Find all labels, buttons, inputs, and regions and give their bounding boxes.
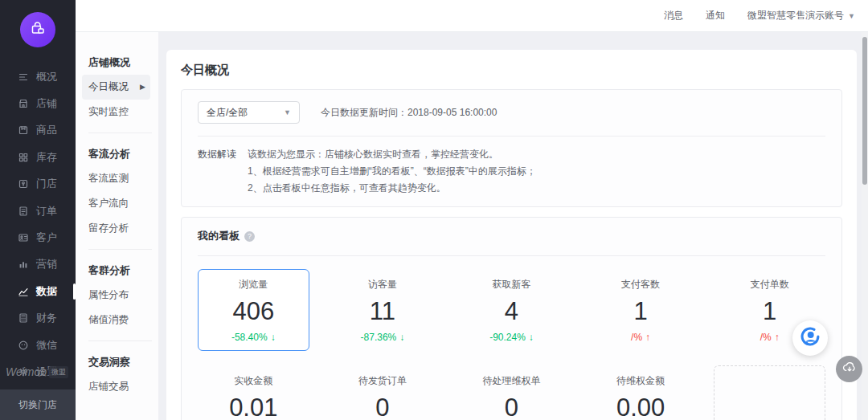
- scrollbar-thumb[interactable]: [862, 37, 867, 185]
- sidebar-item-label: 数据: [36, 284, 57, 299]
- menu-section-customer-group-analysis: 客群分析属性分布储值消费: [88, 249, 152, 332]
- arrow-down-icon: ↓: [271, 332, 276, 343]
- sidebar-item-marketing[interactable]: 营销: [0, 251, 76, 278]
- metric-label: 支付单数: [751, 278, 789, 292]
- menu-item-customer-flow[interactable]: 客户流向: [88, 191, 152, 216]
- sidebar-item-inventory[interactable]: 库存: [0, 144, 76, 170]
- my-board-panel: 我的看板 ? 浏览量406-58.40%↓访客量11-87.36%↓获取新客4-…: [181, 217, 842, 420]
- menu-item-store-transaction[interactable]: 店铺交易: [88, 374, 152, 399]
- question-circle-icon[interactable]: ?: [244, 231, 255, 242]
- menu-item-label: 储值消费: [88, 314, 129, 325]
- metric-card-pending-disputes[interactable]: 待处理维权单0/%↑: [456, 365, 567, 420]
- insight-label: 数据解读: [198, 146, 248, 197]
- weimob-watermark: Weimob微盟: [6, 365, 68, 378]
- menu-item-label: 属性分布: [88, 289, 129, 300]
- messages-link[interactable]: 消息: [664, 9, 683, 22]
- sidebar-item-label: 客户: [36, 230, 57, 245]
- metric-value: 0.01: [229, 393, 277, 420]
- primary-sidebar: 概况店铺商品库存门店订单客户营销数据财务微信设置 Weimob微盟 切换门店: [0, 0, 76, 420]
- metric-label: 待发货订单: [358, 374, 407, 388]
- shopping-bags-icon: [28, 18, 47, 41]
- sidebar-item-label: 店铺: [36, 96, 57, 111]
- menu-item-today-overview[interactable]: 今日概况▶: [82, 75, 150, 100]
- switch-store-button[interactable]: 切换门店: [0, 389, 76, 420]
- insight-line: 1、根据经营需求可自主增删“我的看板”、“数据报表”中的展示指标；: [248, 163, 536, 180]
- metric-label: 支付客数: [621, 278, 660, 292]
- customer-service-button[interactable]: [792, 320, 828, 356]
- menu-section-title: 交易洞察: [88, 349, 152, 374]
- plus-icon: +: [761, 413, 779, 420]
- menu-item-stored-value-consumption[interactable]: 储值消费: [88, 308, 152, 332]
- metric-value: 11: [370, 297, 395, 326]
- metric-delta: -58.40%↓: [231, 332, 276, 343]
- scrollbar-track[interactable]: [862, 32, 868, 420]
- sidebar-item-label: 概况: [36, 70, 57, 84]
- sidebar-item-wechat[interactable]: 微信: [0, 332, 76, 358]
- add-metric-card[interactable]: +: [714, 365, 825, 420]
- metric-value: 0: [505, 393, 518, 420]
- menu-item-realtime-monitor[interactable]: 实时监控: [88, 100, 152, 124]
- inventory-icon: [18, 151, 30, 163]
- insight-line: 2、点击看板中任意指标，可查看其趋势变化。: [248, 180, 536, 197]
- metric-card-visitors[interactable]: 访客量11-87.36%↓: [327, 269, 439, 351]
- app-window: 概况店铺商品库存门店订单客户营销数据财务微信设置 Weimob微盟 切换门店 消…: [0, 0, 868, 420]
- sidebar-nav: 概况店铺商品库存门店订单客户营销数据财务微信设置: [0, 63, 76, 385]
- arrow-down-icon: ↓: [399, 332, 404, 343]
- download-button[interactable]: [836, 356, 862, 382]
- customer-icon: [18, 232, 30, 244]
- cloud-download-icon: [841, 360, 858, 379]
- menu-section-title: 客流分析: [88, 141, 152, 166]
- arrow-down-icon: ↓: [529, 332, 534, 343]
- menu-item-retention-analysis[interactable]: 留存分析: [88, 216, 152, 241]
- metric-card-paying-customers[interactable]: 支付客数1/%↑: [585, 269, 697, 351]
- metric-card-new-customers[interactable]: 获取新客4-90.24%↓: [456, 269, 567, 351]
- sidebar-item-label: 库存: [36, 150, 57, 165]
- store-filter-value: 全店/全部: [207, 106, 248, 120]
- goods-icon: [18, 124, 30, 137]
- customer-service-icon: [799, 325, 821, 351]
- metric-card-orders-to-ship[interactable]: 待发货订单0/%↑: [327, 365, 439, 420]
- divider: [198, 255, 825, 256]
- metric-label: 实收金额: [234, 374, 272, 388]
- menu-item-attribute-distribution[interactable]: 属性分布: [88, 283, 152, 308]
- sidebar-item-orders[interactable]: 订单: [0, 198, 76, 224]
- metric-value: 0: [375, 393, 389, 420]
- page-title: 今日概况: [181, 63, 842, 78]
- metric-card-pending-dispute-amount[interactable]: 待维权金额0.000.00%↓: [585, 365, 697, 420]
- finance-icon: [18, 312, 30, 324]
- topbar: 消息 通知 微盟智慧零售演示账号 ▼: [76, 0, 868, 32]
- metric-value: 4: [505, 297, 518, 326]
- secondary-menu: 店铺概况今日概况▶实时监控客流分析客流监测客户流向留存分析客群分析属性分布储值消…: [76, 32, 158, 420]
- store-filter-select[interactable]: 全店/全部 ▼: [198, 101, 300, 124]
- sidebar-item-shop[interactable]: 店铺: [0, 90, 76, 116]
- metric-card-received-amount[interactable]: 实收金额0.010.00%↓: [198, 365, 309, 420]
- insight-line: 该数据为您显示：店铺核心数据实时查看，掌控经营变化。: [248, 146, 536, 163]
- account-menu[interactable]: 微盟智慧零售演示账号 ▼: [747, 9, 855, 22]
- sidebar-item-stores[interactable]: 门店: [0, 171, 76, 198]
- chevron-right-icon: ▶: [140, 75, 145, 100]
- insight-lines: 该数据为您显示：店铺核心数据实时查看，掌控经营变化。1、根据经营需求可自主增删“…: [248, 146, 536, 197]
- metric-value: 406: [232, 297, 274, 326]
- menu-item-label: 客户流向: [88, 198, 129, 209]
- sidebar-item-customers[interactable]: 客户: [0, 224, 76, 251]
- sidebar-item-label: 营销: [36, 257, 57, 271]
- metric-label: 浏览量: [239, 278, 268, 292]
- menu-section-shop-overview: 店铺概况今日概况▶实时监控: [88, 50, 152, 124]
- notifications-link[interactable]: 通知: [706, 9, 725, 22]
- metric-value: 1: [763, 297, 776, 326]
- menu-section-traffic-analysis: 客流分析客流监测客户流向留存分析: [88, 133, 152, 241]
- menu-item-traffic-monitor[interactable]: 客流监测: [88, 166, 152, 191]
- metrics-grid: 浏览量406-58.40%↓访客量11-87.36%↓获取新客4-90.24%↓…: [198, 269, 825, 420]
- metric-card-page-views[interactable]: 浏览量406-58.40%↓: [198, 269, 309, 351]
- sidebar-item-goods[interactable]: 商品: [0, 117, 76, 144]
- metric-value: 1: [633, 297, 647, 326]
- sidebar-item-finance[interactable]: 财务: [0, 305, 76, 332]
- divider: [198, 136, 825, 137]
- arrow-up-icon: ↑: [775, 332, 780, 343]
- sidebar-item-data[interactable]: 数据: [0, 278, 76, 304]
- metric-label: 访客量: [368, 278, 397, 292]
- sidebar-item-overview[interactable]: 概况: [0, 63, 76, 90]
- weimob-logo[interactable]: [20, 12, 55, 47]
- metric-delta: /%↑: [631, 332, 650, 343]
- menu-item-label: 留存分析: [88, 222, 129, 234]
